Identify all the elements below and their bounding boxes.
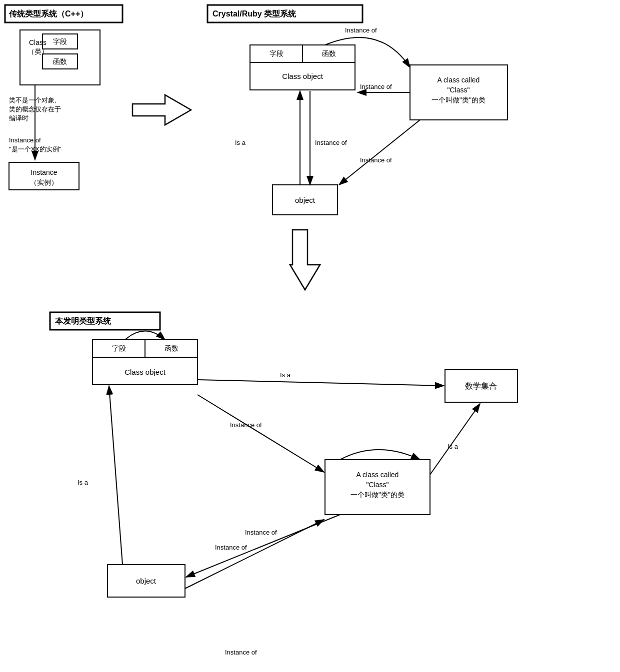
iof-label-1: Instance of bbox=[345, 26, 377, 34]
co-field-bot: 字段 bbox=[112, 344, 126, 352]
isa-label-bot1: Is a bbox=[280, 371, 291, 379]
co-field-top: 字段 bbox=[270, 49, 284, 57]
iof-label-4: Instance of bbox=[360, 156, 392, 164]
obj-label-top: object bbox=[295, 196, 316, 204]
isa-label-top: Is a bbox=[235, 139, 246, 146]
iof-label-3: Instance of bbox=[315, 139, 347, 146]
svg-line-46 bbox=[186, 515, 340, 577]
instance-of-note1: Instance of bbox=[9, 136, 41, 144]
svg-line-43 bbox=[198, 380, 444, 386]
acc-bot-2: "Class" bbox=[366, 481, 389, 489]
note3-trad: 编译时 bbox=[9, 114, 28, 122]
acc-label2: "Class" bbox=[448, 86, 470, 94]
svg-marker-35 bbox=[290, 230, 320, 290]
iof-label-bot3: Instance of bbox=[215, 544, 247, 551]
isa-label-bot3: Is a bbox=[78, 479, 88, 486]
class-label-trad: Class bbox=[29, 38, 46, 46]
class-label-trad2: （类） bbox=[28, 47, 48, 55]
acc-label1: A class called bbox=[438, 76, 480, 84]
svg-line-45 bbox=[430, 404, 480, 475]
full-diagram-svg: 传统类型系统（C++） 字段 函数 Class （类） 类不是一个对象, 类的概… bbox=[0, 0, 620, 672]
isa-label-bot2: Is a bbox=[448, 443, 458, 450]
svg-line-34 bbox=[339, 120, 420, 185]
acc-bot-1: A class called bbox=[356, 471, 399, 479]
iof-label-bottom-final: Instance of bbox=[225, 649, 257, 656]
co-func-top: 函数 bbox=[322, 49, 336, 57]
main-diagram: 传统类型系统（C++） 字段 函数 Class （类） 类不是一个对象, 类的概… bbox=[0, 0, 620, 672]
math-set-label: 数学集合 bbox=[465, 382, 497, 390]
acc-label3: 一个叫做"类"的类 bbox=[432, 96, 486, 104]
instance-label1: Instance bbox=[31, 168, 58, 176]
iof-label-bot1: Instance of bbox=[230, 421, 262, 429]
note1-trad: 类不是一个对象, bbox=[9, 96, 56, 104]
svg-marker-24 bbox=[132, 95, 191, 125]
title-traditional: 传统类型系统（C++） bbox=[8, 9, 88, 18]
title-invention: 本发明类型系统 bbox=[54, 316, 112, 325]
iof-label-bot2: Instance of bbox=[245, 529, 277, 536]
co-label-top: Class object bbox=[282, 72, 324, 80]
title-crystal: Crystal/Ruby 类型系统 bbox=[212, 9, 296, 18]
svg-line-47 bbox=[109, 386, 122, 565]
acc-bot-3: 一个叫做"类"的类 bbox=[350, 491, 404, 499]
co-func-bot: 函数 bbox=[164, 344, 178, 352]
instance-label2: （实例） bbox=[30, 178, 58, 186]
func-traditional: 函数 bbox=[53, 57, 67, 65]
iof-label-2: Instance of bbox=[360, 83, 392, 90]
obj-label-bot: object bbox=[136, 577, 156, 585]
co-label-bot: Class object bbox=[124, 368, 166, 376]
field-traditional: 字段 bbox=[53, 37, 67, 45]
svg-line-44 bbox=[198, 395, 324, 472]
